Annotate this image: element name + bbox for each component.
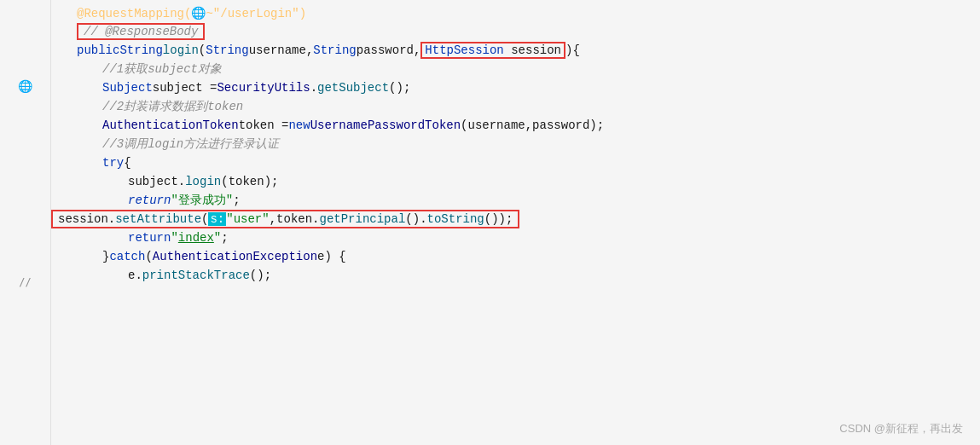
- code-line-9: try {: [51, 153, 980, 172]
- highlight-s: s:: [208, 212, 226, 226]
- class-authtoken: AuthenticationToken: [102, 118, 239, 132]
- code-line-5: Subject subject = SecurityUtils . getSub…: [51, 78, 980, 97]
- comment-wrap-token: //2封装请求数据到token: [102, 99, 243, 114]
- class-securityutils: SecurityUtils: [217, 81, 310, 95]
- string-login-success: "登录成功": [171, 193, 233, 208]
- code-line-13: return " index " ;: [51, 228, 980, 247]
- method-login: login: [163, 43, 199, 57]
- keyword-new: new: [288, 118, 310, 132]
- keyword-public: public: [77, 43, 119, 57]
- printstacktrace-paren: ();: [250, 269, 271, 282]
- code-line-7: AuthenticationToken token = new Username…: [51, 116, 980, 135]
- gutter-icons: 🌐 //: [0, 0, 50, 356]
- code-line-12: session. setAttribute ( s: "user" ,token…: [51, 210, 519, 228]
- method-setattribute: setAttribute: [115, 212, 201, 226]
- param-username: username,: [249, 43, 314, 57]
- session-dot: session.: [58, 212, 115, 226]
- subject-dot: subject.: [128, 175, 185, 188]
- e-dot: e.: [128, 269, 142, 282]
- paren2: ();: [389, 81, 410, 95]
- gutter-icon-globe: 🌐: [18, 78, 33, 94]
- type-string2: String: [206, 43, 248, 57]
- keyword-catch: catch: [109, 250, 145, 263]
- class-authexception: AuthenticationException: [153, 250, 317, 263]
- type-string3: String: [313, 43, 356, 57]
- tostring-end: ());: [484, 212, 513, 226]
- method-login2: login: [185, 175, 221, 188]
- code-line-10: subject. login (token);: [51, 172, 980, 191]
- token-params: (username,password);: [461, 118, 604, 132]
- keyword-return-italic: return: [128, 194, 171, 207]
- semicolon2: ;: [221, 231, 228, 245]
- comment-get-subject: //1获取subject对象: [102, 61, 222, 77]
- keyword-try: try: [102, 156, 124, 170]
- keyword-return2: return: [128, 231, 171, 245]
- code-line-8: //3调用login方法进行登录认证: [51, 135, 980, 153]
- comment-responsebody: // @ResponseBody: [84, 25, 198, 38]
- param-password: password,: [357, 43, 421, 57]
- gutter: 🌐 //: [0, 0, 51, 445]
- code-line-1: @RequestMapping(🌐~"/userLogin"): [51, 3, 980, 22]
- code-line-11: return "登录成功" ;: [51, 191, 980, 210]
- code-line-4: //1获取subject对象: [51, 60, 980, 78]
- code-area[interactable]: @RequestMapping(🌐~"/userLogin") // @Resp…: [51, 0, 980, 445]
- string-index-quote1: ": [171, 231, 177, 245]
- editor-container: 🌐 // @RequestMapping(🌐~"/userLogin"): [0, 0, 980, 445]
- string-user: "user": [226, 212, 269, 226]
- comment-call-login: //3调用login方法进行登录认证: [102, 136, 279, 152]
- method-getprincipal: getPrincipal: [320, 212, 406, 226]
- string-index: index: [178, 231, 214, 245]
- annotation-requestmapping: @RequestMapping(🌐~"/userLogin"): [77, 6, 306, 20]
- var-subject: subject =: [153, 81, 217, 95]
- code-line-15: e. printStackTrace ();: [51, 266, 980, 285]
- watermark: CSDN @新征程，再出发: [839, 421, 963, 436]
- method-printstacktrace: printStackTrace: [142, 269, 250, 282]
- catch-paren: (: [145, 250, 152, 263]
- login-params: (token);: [221, 175, 278, 188]
- setattr-paren: (: [201, 212, 208, 226]
- gutter-comment-slashes: //: [18, 275, 33, 290]
- dot1: .: [310, 81, 317, 95]
- brace-open: ){: [565, 43, 580, 57]
- param-session: session: [511, 43, 561, 57]
- method-tostring: toString: [427, 212, 484, 226]
- var-token: token =: [239, 118, 289, 132]
- type-string: String: [119, 43, 162, 57]
- type-subject: Subject: [102, 81, 153, 95]
- try-brace: {: [124, 156, 130, 170]
- getprincipal-paren: ().: [405, 212, 426, 226]
- class-usernamepasswordtoken: UsernamePasswordToken: [310, 118, 461, 132]
- comma-token: ,token.: [270, 212, 320, 226]
- semicolon1: ;: [233, 194, 240, 207]
- paren-open: (: [199, 43, 206, 57]
- string-index-quote2: ": [214, 231, 221, 245]
- code-line-14: } catch ( AuthenticationException e) {: [51, 247, 980, 266]
- code-line-2: // @ResponseBody: [51, 22, 980, 41]
- method-getsubject: getSubject: [317, 81, 389, 95]
- code-lines: @RequestMapping(🌐~"/userLogin") // @Resp…: [51, 0, 980, 288]
- code-line-3: public String login ( String username, S…: [51, 41, 980, 60]
- code-line-6: //2封装请求数据到token: [51, 97, 980, 116]
- close-brace-try: }: [102, 250, 109, 263]
- type-httpsession: HttpSession: [425, 43, 511, 57]
- catch-var: e) {: [317, 250, 346, 263]
